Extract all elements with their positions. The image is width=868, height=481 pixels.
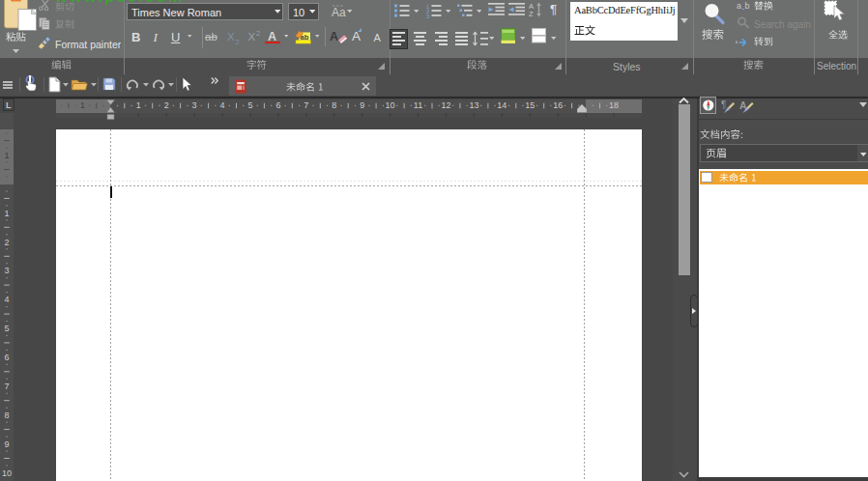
svg-text:8: 8 <box>4 410 9 420</box>
svg-text:2: 2 <box>4 238 9 247</box>
svg-text:9: 9 <box>4 439 9 449</box>
svg-text:5: 5 <box>247 100 252 110</box>
svg-text:18: 18 <box>609 100 619 110</box>
svg-text:3: 3 <box>192 100 197 110</box>
svg-text:8: 8 <box>332 100 336 110</box>
svg-text:12: 12 <box>441 100 450 110</box>
svg-text:7: 7 <box>304 100 308 110</box>
svg-text:16: 16 <box>553 100 563 110</box>
svg-text:1: 1 <box>4 151 9 160</box>
svg-text:11: 11 <box>414 100 422 110</box>
svg-text:13: 13 <box>469 100 478 110</box>
svg-text:9: 9 <box>360 100 364 110</box>
svg-text:10: 10 <box>2 468 12 478</box>
svg-text:14: 14 <box>497 100 506 110</box>
svg-text:6: 6 <box>4 353 9 362</box>
svg-text:1: 1 <box>4 209 9 218</box>
svg-text:7: 7 <box>4 382 9 391</box>
svg-text:3: 3 <box>4 266 9 275</box>
svg-text:1: 1 <box>136 100 141 110</box>
svg-text:15: 15 <box>525 100 535 110</box>
svg-text:10: 10 <box>386 100 395 110</box>
svg-text:6: 6 <box>275 100 280 110</box>
svg-text:¶: ¶ <box>721 99 726 110</box>
svg-text:1: 1 <box>80 100 85 110</box>
svg-text:4: 4 <box>4 295 9 304</box>
svg-text:2: 2 <box>164 100 169 110</box>
svg-text:4: 4 <box>219 100 224 110</box>
svg-text:5: 5 <box>4 324 9 333</box>
